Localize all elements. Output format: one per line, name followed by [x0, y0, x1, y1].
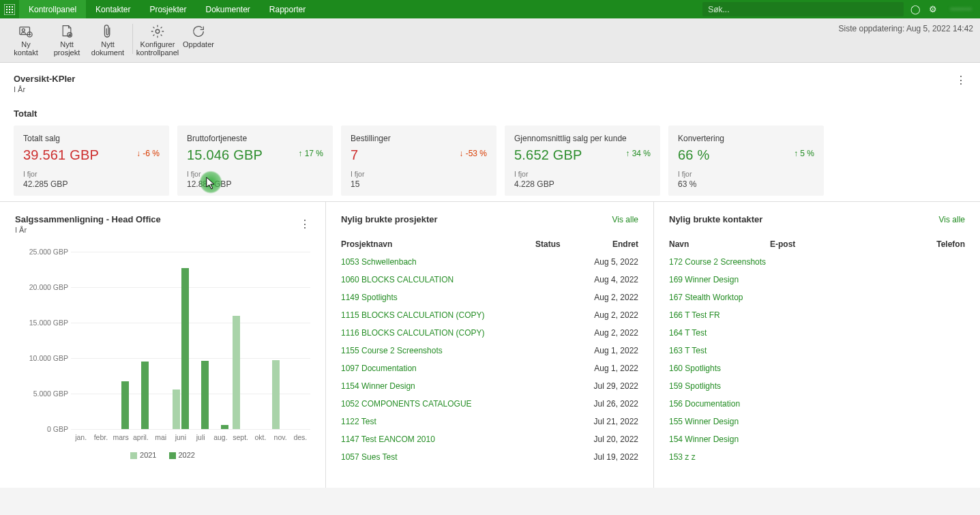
- kpi-card[interactable]: Gjennomsnittlig salg per kunde5.652 GBP↑…: [505, 126, 660, 196]
- kpi-card[interactable]: Bestillinger7↓ -53 %I fjor15: [341, 126, 496, 196]
- help-icon[interactable]: ◯: [906, 0, 924, 18]
- x-label: nov.: [271, 433, 291, 441]
- project-row: 1116 BLOCKS CALCULATION (COPY)Aug 2, 202…: [341, 324, 638, 342]
- kpi-menu-icon[interactable]: ⋮: [955, 74, 966, 87]
- contact-link[interactable]: 153 z z: [669, 452, 696, 462]
- chart-menu-icon[interactable]: ⋮: [299, 218, 310, 231]
- project-link[interactable]: 1147 Test EANCOM 2010: [341, 435, 435, 444]
- y-tick: 20.000 GBP: [29, 283, 68, 291]
- project-link[interactable]: 1154 Winner Design: [341, 381, 415, 391]
- contact-phone: [879, 346, 965, 355]
- contact-email: [770, 452, 879, 462]
- main-content: Oversikt-KPIer I År ⋮ Totalt Totalt salg…: [0, 63, 980, 488]
- bar-2022: [201, 361, 209, 429]
- contacts-title: Nylig brukte kontakter: [669, 214, 939, 224]
- contact-row: 166 T Test FR: [669, 306, 965, 324]
- project-link[interactable]: 1053 Schwellenbach: [341, 257, 417, 267]
- contact-link[interactable]: 166 T Test FR: [669, 310, 720, 320]
- kpi-delta: ↓ -6 %: [136, 149, 160, 158]
- kpi-card[interactable]: Konvertering66 %↑ 5 %I fjor63 %: [668, 126, 824, 196]
- col-project-name: Prosjektnavn: [341, 239, 535, 249]
- kpi-prev-value: 15: [351, 179, 487, 189]
- project-status: [535, 417, 583, 426]
- svg-rect-4: [6, 9, 8, 10]
- contact-row: 155 Winner Design: [669, 413, 965, 430]
- bar-2022: [141, 362, 149, 429]
- project-link[interactable]: 1060 BLOCKS CALCULATION: [341, 275, 454, 284]
- nav-tab-rapporter[interactable]: Rapporter: [260, 0, 315, 18]
- kpi-prev-label: I fjor: [678, 170, 814, 178]
- contact-link[interactable]: 159 Spotlights: [669, 381, 721, 391]
- contact-icon: [18, 23, 33, 40]
- contact-link[interactable]: 154 Winner Design: [669, 435, 739, 444]
- contact-row: 167 Stealth Worktop: [669, 289, 965, 306]
- ribbon-label: Nyttprosjekt: [54, 41, 80, 57]
- project-status: [535, 399, 583, 409]
- contact-link[interactable]: 163 T Test: [669, 346, 707, 355]
- contact-link[interactable]: 167 Stealth Worktop: [669, 293, 743, 302]
- bar-2022: [181, 268, 189, 429]
- ribbon-refresh-button[interactable]: Oppdater: [178, 21, 219, 57]
- contact-link[interactable]: 155 Winner Design: [669, 417, 739, 426]
- projects-title: Nylig brukte prosjekter: [341, 214, 612, 224]
- nav-tab-kontrollpanel[interactable]: Kontrollpanel: [19, 0, 86, 18]
- kpi-title: Oversikt-KPIer: [14, 74, 955, 84]
- contact-phone: [879, 293, 965, 302]
- bar-group: [231, 316, 250, 429]
- project-changed: Jul 19, 2022: [583, 452, 638, 462]
- project-changed: Aug 1, 2022: [583, 346, 638, 355]
- kpi-delta: ↑ 17 %: [298, 149, 323, 158]
- legend-item: 2022: [169, 451, 195, 459]
- kpi-card[interactable]: Bruttofortjeneste15.046 GBP↑ 17 %I fjor1…: [177, 126, 333, 196]
- kpi-prev-value: 63 %: [678, 179, 814, 189]
- contacts-view-all-link[interactable]: Vis alle: [939, 215, 965, 224]
- project-link[interactable]: 1122 Test: [341, 417, 376, 426]
- contact-phone: [879, 310, 965, 320]
- app-logo[interactable]: [0, 0, 19, 18]
- project-changed: Jul 21, 2022: [583, 417, 638, 426]
- contact-email: [770, 346, 879, 355]
- project-link[interactable]: 1052 COMPONENTS CATALOGUE: [341, 399, 472, 409]
- cursor-icon: [206, 177, 217, 190]
- search-input[interactable]: [702, 2, 904, 16]
- contact-row: 164 T Test: [669, 324, 965, 342]
- contact-link[interactable]: 164 T Test: [669, 328, 707, 338]
- y-tick: 25.000 GBP: [29, 248, 68, 256]
- project-status: [535, 328, 583, 338]
- contact-email: [770, 417, 879, 426]
- settings-icon[interactable]: ⚙: [924, 0, 942, 18]
- contact-email: [770, 364, 879, 373]
- bar-group: [111, 381, 131, 429]
- contact-phone: [879, 275, 965, 284]
- ribbon-label: Oppdater: [183, 41, 214, 49]
- project-link[interactable]: 1149 Spotlights: [341, 293, 398, 302]
- contact-link[interactable]: 169 Winner Design: [669, 275, 739, 284]
- project-status: [535, 452, 583, 462]
- kpi-delta: ↓ -53 %: [459, 149, 487, 158]
- project-link[interactable]: 1116 BLOCKS CALCULATION (COPY): [341, 328, 485, 338]
- ribbon-contact-button[interactable]: Nykontakt: [5, 21, 46, 57]
- project-link[interactable]: 1115 BLOCKS CALCULATION (COPY): [341, 310, 485, 320]
- ribbon-gear-button[interactable]: Konfigurerkontrollpanel: [137, 21, 178, 57]
- contact-link[interactable]: 172 Course 2 Screenshots: [669, 257, 766, 267]
- project-row: 1053 SchwellenbachAug 5, 2022: [341, 253, 638, 271]
- kpi-card[interactable]: Totalt salg39.561 GBP↓ -6 %I fjor42.285 …: [14, 126, 169, 196]
- contact-link[interactable]: 160 Spotlights: [669, 364, 721, 373]
- global-search: [700, 0, 906, 18]
- project-link[interactable]: 1097 Documentation: [341, 364, 417, 373]
- kpi-label: Totalt salg: [23, 134, 160, 143]
- contact-link[interactable]: 156 Documentation: [669, 399, 740, 409]
- svg-rect-1: [6, 6, 8, 8]
- ribbon-project-button[interactable]: Nyttprosjekt: [46, 21, 87, 57]
- lower-panels: Salgssammenligning - Head Office I År ⋮ …: [0, 201, 980, 488]
- user-menu[interactable]: •••••••: [942, 0, 980, 18]
- project-link[interactable]: 1057 Sues Test: [341, 452, 398, 462]
- nav-tab-prosjekter[interactable]: Prosjekter: [140, 0, 196, 18]
- nav-tab-dokumenter[interactable]: Dokumenter: [196, 0, 259, 18]
- project-link[interactable]: 1155 Course 2 Screenshots: [341, 346, 443, 355]
- projects-view-all-link[interactable]: Vis alle: [612, 215, 638, 224]
- svg-rect-8: [9, 12, 10, 13]
- ribbon-attach-button[interactable]: Nyttdokument: [87, 21, 128, 57]
- nav-tab-kontakter[interactable]: Kontakter: [86, 0, 140, 18]
- x-label: jan.: [71, 433, 91, 441]
